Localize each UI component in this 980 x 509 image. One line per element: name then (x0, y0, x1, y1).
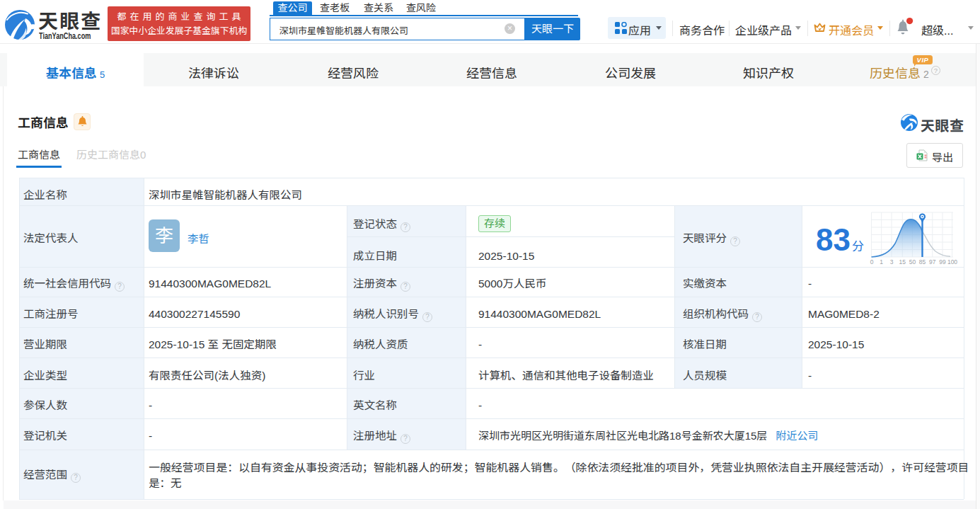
svg-text:85: 85 (919, 258, 926, 265)
svg-text:15: 15 (899, 258, 906, 265)
svg-text:3: 3 (890, 258, 894, 265)
svg-text:99: 99 (939, 258, 946, 265)
svg-text:97: 97 (929, 258, 936, 265)
svg-text:1: 1 (880, 258, 883, 265)
svg-text:50: 50 (909, 258, 916, 265)
svg-text:100: 100 (947, 258, 957, 265)
svg-text:0: 0 (870, 258, 874, 265)
